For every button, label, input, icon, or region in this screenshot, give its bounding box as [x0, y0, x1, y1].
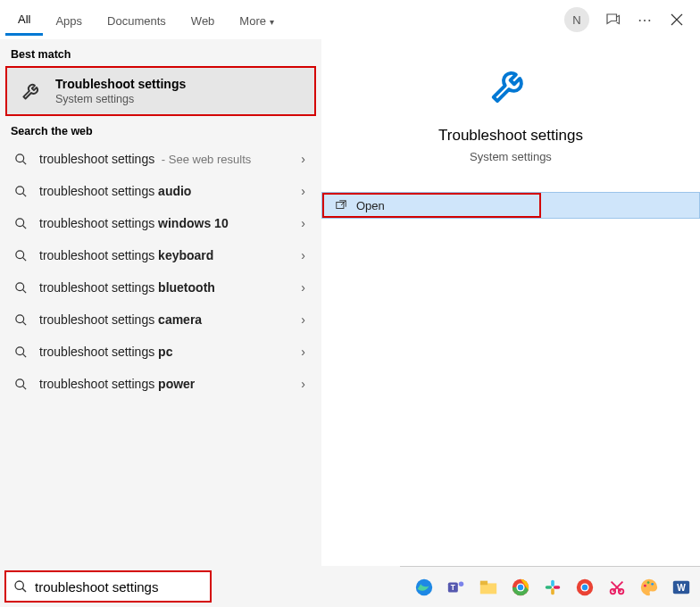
svg-point-14 — [15, 346, 23, 354]
search-icon — [12, 345, 29, 359]
feedback-icon[interactable] — [604, 11, 621, 29]
svg-line-41 — [612, 581, 621, 591]
tab-documents[interactable]: Documents — [95, 5, 179, 35]
taskbar-chrome2-icon[interactable] — [571, 574, 598, 601]
best-match-subtitle: System settings — [55, 93, 186, 105]
more-options-icon[interactable]: ⋯ — [636, 11, 654, 29]
web-result-item[interactable]: troubleshoot settings bluetooth› — [0, 271, 321, 304]
svg-rect-18 — [337, 203, 344, 209]
chevron-right-icon: › — [297, 377, 309, 391]
svg-line-9 — [22, 257, 26, 261]
search-box[interactable] — [5, 571, 211, 602]
user-avatar[interactable]: N — [564, 7, 589, 32]
svg-point-31 — [518, 584, 523, 589]
search-icon — [12, 217, 29, 230]
tab-apps[interactable]: Apps — [43, 5, 95, 35]
svg-point-10 — [15, 282, 23, 290]
svg-point-4 — [15, 186, 23, 194]
svg-line-42 — [612, 581, 622, 591]
web-result-item[interactable]: troubleshoot settings keyboard› — [0, 239, 321, 271]
section-search-web: Search the web — [0, 116, 321, 143]
web-result-item[interactable]: troubleshoot settings power› — [0, 368, 321, 400]
web-result-text: troubleshoot settings bluetooth — [39, 280, 297, 295]
close-icon[interactable] — [668, 11, 686, 29]
chevron-right-icon: › — [297, 248, 309, 262]
svg-line-15 — [22, 353, 26, 357]
taskbar-slack-icon[interactable] — [539, 574, 566, 601]
chevron-right-icon: › — [297, 280, 309, 295]
chevron-right-icon: › — [297, 152, 309, 166]
taskbar-chrome-icon[interactable] — [507, 574, 534, 601]
search-icon — [12, 185, 29, 198]
search-icon — [12, 378, 29, 391]
web-result-item[interactable]: troubleshoot settings camera› — [0, 304, 321, 336]
chevron-right-icon: › — [297, 345, 309, 359]
web-result-text: troubleshoot settings - See web results — [39, 152, 297, 166]
chevron-right-icon: › — [297, 184, 309, 198]
taskbar-snip-icon[interactable] — [604, 574, 630, 601]
svg-point-8 — [15, 250, 23, 258]
bottom-bar: T W — [0, 566, 700, 607]
web-result-item[interactable]: troubleshoot settings audio› — [0, 175, 321, 207]
svg-line-5 — [22, 193, 26, 196]
svg-point-6 — [15, 218, 23, 226]
results-panel: Best match Troubleshoot settings System … — [0, 39, 321, 566]
svg-line-7 — [22, 225, 26, 229]
web-result-text: troubleshoot settings keyboard — [39, 248, 297, 262]
svg-rect-33 — [546, 586, 552, 589]
web-result-text: troubleshoot settings pc — [39, 345, 297, 359]
taskbar-paint-icon[interactable] — [636, 574, 662, 601]
search-icon — [12, 249, 29, 262]
preview-title: Troubleshoot settings — [438, 127, 583, 145]
web-result-text: troubleshoot settings audio — [39, 184, 297, 198]
svg-point-24 — [459, 581, 464, 586]
preview-subtitle: System settings — [470, 150, 552, 163]
svg-point-38 — [582, 584, 588, 589]
svg-text:W: W — [677, 582, 686, 592]
best-match-title: Troubleshoot settings — [55, 77, 186, 91]
svg-point-44 — [647, 581, 650, 584]
search-icon — [13, 579, 28, 594]
search-icon — [12, 153, 29, 166]
svg-rect-32 — [551, 579, 554, 586]
svg-line-11 — [22, 289, 26, 293]
tab-more[interactable]: More▾ — [227, 5, 287, 35]
wrench-icon — [486, 61, 536, 111]
filter-tabs: All Apps Documents Web More▾ N ⋯ — [0, 0, 700, 39]
open-action[interactable]: Open — [321, 192, 700, 219]
web-results-list: troubleshoot settings - See web results›… — [0, 143, 321, 400]
svg-line-13 — [22, 321, 26, 325]
taskbar-explorer-icon[interactable] — [475, 574, 502, 601]
chevron-right-icon: › — [297, 312, 309, 327]
search-icon — [12, 313, 29, 327]
web-result-text: troubleshoot settings camera — [39, 312, 297, 327]
tab-more-label: More — [239, 14, 266, 28]
web-result-text: troubleshoot settings windows 10 — [39, 216, 297, 230]
section-best-match: Best match — [0, 39, 321, 66]
taskbar-edge-icon[interactable] — [411, 574, 438, 601]
web-result-item[interactable]: troubleshoot settings pc› — [0, 336, 321, 368]
svg-point-43 — [644, 584, 646, 586]
chevron-right-icon: › — [297, 216, 309, 230]
svg-rect-35 — [554, 586, 560, 589]
svg-line-20 — [22, 588, 26, 592]
search-input[interactable] — [35, 579, 204, 595]
tab-all[interactable]: All — [5, 4, 43, 36]
open-icon — [335, 199, 347, 212]
wrench-icon — [20, 79, 45, 104]
search-icon — [12, 281, 29, 295]
svg-point-12 — [15, 314, 23, 322]
tab-web[interactable]: Web — [179, 5, 228, 35]
svg-rect-34 — [551, 587, 554, 594]
chevron-down-icon: ▾ — [270, 17, 274, 27]
taskbar-teams-icon[interactable]: T — [443, 574, 470, 601]
preview-panel: Troubleshoot settings System settings Op… — [321, 39, 700, 566]
web-result-item[interactable]: troubleshoot settings - See web results› — [0, 143, 321, 175]
web-result-item[interactable]: troubleshoot settings windows 10› — [0, 207, 321, 239]
best-match-result[interactable]: Troubleshoot settings System settings — [5, 66, 316, 116]
taskbar-word-icon[interactable]: W — [668, 574, 695, 601]
svg-rect-26 — [480, 580, 488, 585]
svg-line-17 — [22, 386, 26, 389]
svg-point-2 — [15, 154, 23, 162]
svg-line-3 — [22, 161, 26, 164]
